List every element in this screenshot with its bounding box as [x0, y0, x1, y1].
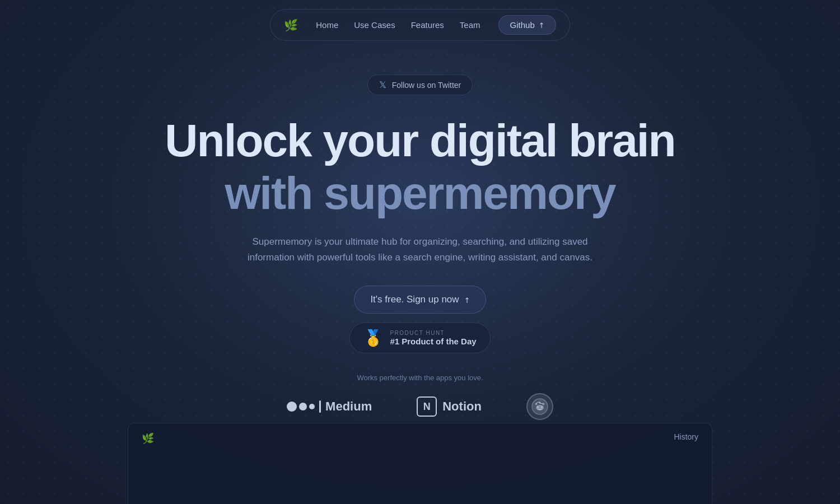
integration-logos: Medium N Notion — [287, 393, 553, 420]
product-hunt-label: PRODUCT HUNT — [390, 330, 476, 336]
twitter-follow-button[interactable]: 𝕏 Follow us on Twitter — [367, 74, 473, 95]
github-label: Github — [510, 20, 535, 30]
medium-label: Medium — [325, 399, 372, 414]
nav-use-cases[interactable]: Use Cases — [354, 20, 395, 30]
integrations-section: Works perfectly with the apps you love. … — [287, 374, 553, 420]
medium-bar — [319, 400, 321, 413]
notion-icon: N — [417, 396, 437, 417]
notion-logo: N Notion — [417, 396, 482, 417]
medium-dots — [287, 402, 315, 412]
nav-links: Home Use Cases Features Team — [316, 20, 480, 30]
product-hunt-badge[interactable]: 🥇 PRODUCT HUNT #1 Product of the Day — [349, 323, 490, 353]
medium-dot-small — [309, 404, 315, 409]
medium-dot-large — [287, 402, 297, 412]
svg-point-7 — [535, 403, 537, 405]
external-link-icon: ↗ — [536, 20, 546, 30]
medium-logo: Medium — [287, 399, 372, 414]
svg-point-2 — [537, 407, 538, 408]
medium-dot-medium — [299, 403, 307, 410]
preview-history-label: History — [674, 432, 698, 441]
product-hunt-title: #1 Product of the Day — [390, 337, 476, 346]
signup-arrow-icon: ↗ — [461, 295, 472, 305]
reddit-icon — [526, 393, 553, 420]
product-hunt-text: PRODUCT HUNT #1 Product of the Day — [390, 330, 476, 346]
twitter-badge-text: Follow us on Twitter — [392, 81, 461, 90]
nav-home[interactable]: Home — [316, 20, 338, 30]
signup-button[interactable]: It's free. Sign up now ↗ — [354, 286, 486, 314]
nav-logo: 🌿 — [284, 18, 298, 32]
twitter-icon: 𝕏 — [379, 80, 386, 90]
hero-section: 𝕏 Follow us on Twitter Unlock your digit… — [165, 74, 675, 353]
integrations-label: Works perfectly with the apps you love. — [357, 374, 483, 382]
hero-title-line2: with supermemory — [225, 168, 615, 218]
preview-logo-icon: 🌿 — [142, 432, 154, 445]
nav-features[interactable]: Features — [411, 20, 444, 30]
notion-label: Notion — [442, 399, 482, 414]
reddit-logo — [526, 393, 553, 420]
nav-team[interactable]: Team — [460, 20, 480, 30]
github-button[interactable]: Github ↗ — [498, 15, 556, 35]
navbar: 🌿 Home Use Cases Features Team Github ↗ — [270, 9, 570, 41]
signup-label: It's free. Sign up now — [370, 294, 459, 305]
svg-point-3 — [541, 407, 542, 408]
bottom-preview: 🌿 History — [128, 423, 712, 504]
hero-title-line1: Unlock your digital brain — [165, 115, 675, 166]
medal-icon: 🥇 — [363, 329, 383, 347]
hero-description: Supermemory is your ultimate hub for org… — [241, 234, 599, 265]
logo-icon: 🌿 — [284, 18, 298, 32]
